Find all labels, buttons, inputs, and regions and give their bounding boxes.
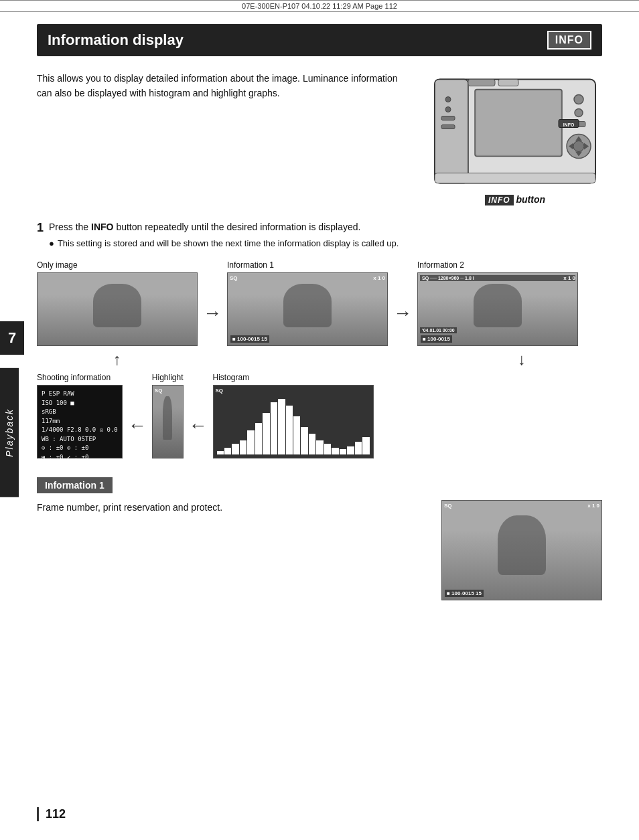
info1-display: SQ x 1 0 ■ 100-0015 15 — [227, 272, 388, 346]
histogram-bars-container — [217, 399, 370, 454]
info1-label: Information 1 — [227, 260, 274, 270]
si-line1: P ESP RAW — [42, 390, 118, 399]
flow-item-highlight: Highlight SQ — [152, 373, 184, 458]
flow-row-2: Shooting information P ESP RAW ISO 100 ■… — [37, 373, 602, 458]
highlight-label: Highlight — [152, 373, 184, 382]
title-bar: Information display INFO — [37, 24, 602, 56]
histogram-bar — [362, 437, 369, 454]
camera-diagram: INFO — [428, 71, 602, 191]
flow-item-shooting: Shooting information P ESP RAW ISO 100 ■… — [37, 373, 123, 458]
svg-rect-15 — [468, 80, 495, 86]
si-line6: WB : AUTO 0STEP — [42, 435, 118, 444]
si-line8: ⊞ : ±0 ✓ : ±0 — [42, 453, 118, 463]
flow-item-info2: Information 2 SQ ── 1280×960 ─ 1.8 I '04… — [417, 260, 578, 346]
histogram-bar — [278, 399, 285, 454]
si-line5: 1/4000 F2.8 0.0 ☒ 0.0 — [42, 426, 118, 435]
info1-section-text: Frame number, print reservation and prot… — [37, 500, 421, 515]
info1-content: Frame number, print reservation and prot… — [37, 500, 602, 600]
histogram-bar — [355, 442, 362, 454]
histogram-bar — [247, 430, 254, 454]
info2-date-text: '04.01.01 00:00 — [420, 327, 457, 333]
svg-point-8 — [573, 141, 584, 152]
histogram-bar — [340, 449, 346, 454]
flow-row-1: Only image → Information 1 SQ x 1 0 ■ 10… — [37, 260, 602, 346]
svg-rect-3 — [476, 91, 561, 155]
svg-rect-1 — [435, 80, 468, 183]
page-content: Information display INFO This allows you… — [0, 24, 639, 600]
info-button-label: INFO button — [485, 194, 545, 205]
chapter-number: 7 — [0, 321, 24, 355]
info-button-badge: INFO — [485, 195, 514, 205]
svg-rect-21 — [435, 173, 595, 183]
si-line7: ⊙ : ±0 ⊙ : ±0 — [42, 444, 118, 453]
svg-point-5 — [575, 109, 583, 117]
histogram-bar — [217, 451, 224, 454]
histogram-bar — [286, 406, 293, 454]
step-note: ● This setting is stored and will be sho… — [49, 238, 399, 248]
svg-rect-19 — [441, 116, 455, 120]
only-image-display — [37, 272, 198, 346]
sidebar-playback-label: Playback — [0, 368, 19, 497]
info2-top-text: SQ ── 1280×960 ─ 1.8 I — [420, 275, 575, 281]
histogram-bar — [255, 423, 262, 454]
histogram-bar — [240, 440, 246, 454]
info1-bottom-text: ■ 100-0015 15 — [230, 335, 269, 343]
histogram-bar — [316, 440, 323, 454]
info1-section-title: Information 1 — [37, 477, 113, 493]
arrow-down-info2: ↓ — [441, 350, 602, 369]
header-text: 07E-300EN-P107 04.10.22 11:29 AM Page 11… — [242, 2, 397, 10]
svg-point-18 — [445, 107, 451, 112]
arrow-left-2: ← — [184, 415, 213, 436]
vert-arrows-row: ↑ ↓ — [37, 347, 602, 371]
histogram-bar — [224, 448, 231, 454]
flow-item-histogram: Histogram SQ — [213, 373, 374, 458]
arrow-left-1: ← — [123, 415, 152, 436]
info2-label: Information 2 — [417, 260, 464, 270]
histogram-bar — [332, 448, 338, 454]
histogram-bar — [232, 444, 238, 454]
svg-rect-16 — [498, 80, 518, 86]
histogram-bar — [263, 413, 269, 454]
intro-section: This allows you to display detailed info… — [37, 71, 602, 205]
histogram-display: SQ — [213, 385, 374, 458]
histogram-bar — [301, 427, 307, 455]
shooting-info-display: P ESP RAW ISO 100 ■ sRGB 117mm 1/4000 F2… — [37, 385, 123, 458]
histogram-bar — [293, 416, 300, 454]
svg-point-17 — [445, 97, 451, 102]
flow-item-info1: Information 1 SQ x 1 0 ■ 100-0015 15 — [227, 260, 388, 346]
svg-rect-20 — [441, 125, 455, 129]
arrow-up-only: ↑ — [37, 350, 198, 369]
step-text: Press the INFO button repeatedly until t… — [49, 220, 399, 234]
info2-display: SQ ── 1280×960 ─ 1.8 I '04.01.01 00:00 ■… — [417, 272, 578, 346]
info1-top-right-text: x 1 0 — [373, 275, 385, 281]
info1-section-image: SQ x 1 0 ■ 100-0015 15 — [441, 500, 602, 600]
shooting-label: Shooting information — [37, 373, 111, 382]
page-title: Information display — [48, 31, 184, 49]
only-image-label: Only image — [37, 260, 78, 270]
si-line4: 117mm — [42, 417, 118, 426]
camera-image-container: INFO INFO button — [428, 71, 602, 205]
step-number: 1 — [37, 221, 44, 235]
info-button-text: INFO — [91, 222, 113, 232]
svg-text:INFO: INFO — [563, 122, 575, 127]
histogram-bar — [347, 446, 354, 454]
histogram-bar — [271, 402, 277, 454]
arrow-right-1: → — [198, 303, 227, 324]
flow-item-only-image: Only image — [37, 260, 198, 346]
intro-text: This allows you to display detailed info… — [37, 71, 408, 101]
info1-section: Information 1 Frame number, print reserv… — [37, 477, 602, 600]
page-number: 112 — [37, 807, 66, 821]
info-badge: INFO — [547, 31, 591, 50]
histogram-label: Histogram — [213, 373, 250, 382]
info1-top-left-text: SQ — [230, 275, 238, 281]
svg-point-4 — [574, 95, 583, 104]
info2-bottom-text: ■ 100-0015 — [421, 335, 452, 343]
highlight-display: SQ — [152, 385, 184, 458]
histogram-bar — [309, 434, 315, 454]
histogram-bar — [324, 444, 331, 454]
step-instruction: 1 Press the INFO button repeatedly until… — [37, 220, 602, 248]
flow-diagram: Only image → Information 1 SQ x 1 0 ■ 10… — [37, 260, 602, 458]
si-line3: sRGB — [42, 408, 118, 417]
header-strip: 07E-300EN-P107 04.10.22 11:29 AM Page 11… — [0, 0, 639, 12]
si-line2: ISO 100 ■ — [42, 399, 118, 408]
